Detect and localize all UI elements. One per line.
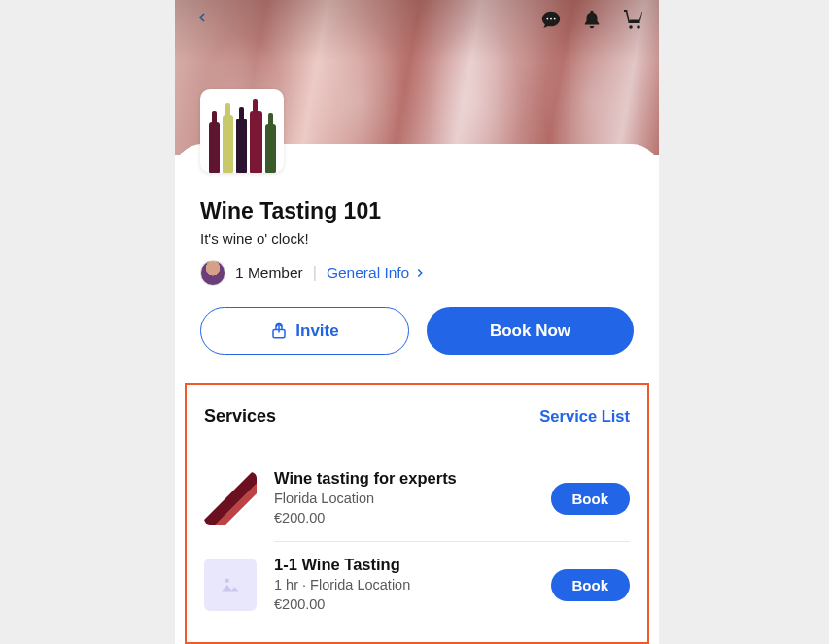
book-button[interactable]: Book (551, 569, 631, 601)
service-info: Wine tasting for experts Florida Locatio… (274, 469, 534, 527)
meta-divider: | (313, 264, 317, 282)
svg-point-0 (546, 18, 548, 20)
svg-point-2 (554, 18, 556, 20)
general-info-label: General Info (327, 264, 409, 282)
general-info-link[interactable]: General Info (327, 264, 427, 282)
share-icon (270, 322, 288, 340)
services-title: Services (204, 406, 276, 426)
chevron-right-icon (413, 266, 427, 280)
image-icon (218, 572, 243, 597)
service-price: €200.00 (274, 595, 534, 615)
invite-button[interactable]: Invite (200, 307, 409, 355)
members-count: 1 Member (235, 264, 303, 282)
group-logo (200, 89, 284, 173)
service-meta: 1 hr · Florida Location (274, 576, 534, 595)
services-section: Services Service List Wine tasting for e… (185, 383, 649, 644)
service-item: 1-1 Wine Tasting 1 hr · Florida Location… (204, 542, 630, 627)
invite-label: Invite (295, 322, 338, 341)
chat-icon[interactable] (540, 9, 562, 30)
service-thumbnail-placeholder (204, 559, 257, 611)
back-icon[interactable] (194, 10, 210, 29)
service-name: Wine tasting for experts (274, 469, 534, 488)
bell-icon[interactable] (581, 9, 603, 30)
svg-point-1 (550, 18, 552, 20)
group-title: Wine Tasting 101 (200, 198, 634, 224)
service-info: 1-1 Wine Tasting 1 hr · Florida Location… (274, 556, 534, 614)
group-tagline: It's wine o' clock! (200, 230, 634, 247)
service-price: €200.00 (274, 509, 534, 528)
header-actions (540, 8, 645, 31)
group-card: Wine Tasting 101 It's wine o' clock! 1 M… (175, 144, 659, 382)
action-buttons: Invite Book Now (200, 307, 634, 355)
cart-icon[interactable] (622, 8, 645, 31)
avatar[interactable] (200, 260, 225, 286)
svg-point-3 (629, 25, 633, 29)
service-item: Wine tasting for experts Florida Locatio… (204, 456, 630, 541)
svg-point-6 (225, 579, 229, 583)
services-header: Services Service List (204, 406, 630, 426)
book-now-button[interactable]: Book Now (427, 307, 634, 355)
svg-point-4 (637, 25, 640, 29)
service-location: Florida Location (274, 490, 534, 509)
service-name: 1-1 Wine Tasting (274, 556, 534, 574)
service-list-link[interactable]: Service List (539, 407, 630, 425)
service-thumbnail (204, 472, 257, 525)
book-button[interactable]: Book (551, 483, 631, 515)
group-meta: 1 Member | General Info (200, 260, 634, 286)
book-now-label: Book Now (490, 322, 570, 341)
